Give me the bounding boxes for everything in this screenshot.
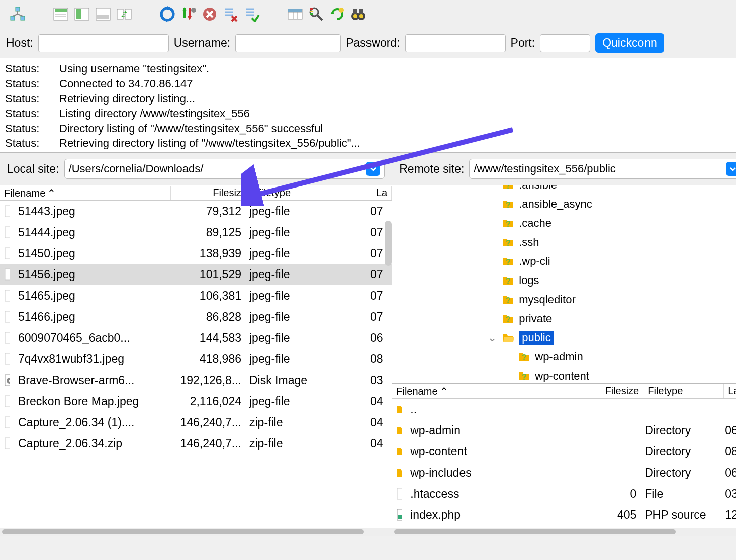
svg-text:?: ?	[506, 220, 511, 228]
svg-rect-56	[5, 248, 10, 259]
table-row[interactable]: 7q4vx81wubf31.jpeg 418,986 jpeg-file 08	[0, 348, 392, 369]
columns-icon[interactable]	[287, 6, 304, 23]
svg-rect-78	[397, 488, 402, 499]
queue-cancel-icon[interactable]	[222, 6, 239, 23]
table-row[interactable]: .htaccess 0 File 03/	[392, 483, 736, 504]
svg-rect-11	[76, 9, 81, 19]
remote-tree[interactable]: ?.ansible?.ansible_async?.cache?.ssh?.wp…	[392, 185, 736, 384]
svg-rect-66	[5, 417, 10, 428]
tree-item[interactable]: ?wp-admin	[392, 347, 736, 366]
sync-icon[interactable]	[159, 6, 176, 23]
folder-icon: ?	[502, 312, 515, 325]
table-row[interactable]: Capture_2.06.34 (1).... 146,240,7... zip…	[0, 412, 392, 433]
queue-ok-icon[interactable]	[243, 6, 260, 23]
filter-icon[interactable]	[308, 6, 325, 23]
folder-icon	[502, 331, 515, 344]
chevron-down-icon[interactable]: ⌄	[487, 331, 498, 344]
table-row[interactable]: Capture_2.06.34.zip 146,240,7... zip-fil…	[0, 433, 392, 454]
username-input[interactable]	[235, 34, 341, 52]
sitemanager-icon[interactable]	[9, 6, 26, 23]
table-row[interactable]: 51450.jpeg 138,939 jpeg-file 07	[0, 243, 392, 264]
sort-up-icon: ⌃	[440, 385, 448, 397]
svg-rect-45	[310, 13, 313, 15]
tree-item[interactable]: ?wp-content	[392, 366, 736, 384]
folder-icon: ?	[518, 350, 531, 363]
host-input[interactable]	[38, 34, 169, 52]
svg-text:?: ?	[506, 239, 511, 247]
local-path-input[interactable]: /Users/cornelia/Downloads/	[64, 159, 385, 179]
compare-icon[interactable]	[116, 6, 133, 23]
svg-rect-43	[310, 8, 313, 10]
svg-line-5	[18, 14, 23, 16]
tree-item[interactable]: ?private	[392, 309, 736, 328]
svg-rect-40	[288, 9, 302, 12]
svg-text:?: ?	[506, 201, 511, 209]
table-row[interactable]: 51443.jpeg 79,312 jpeg-file 07	[0, 201, 392, 222]
table-row[interactable]: ..	[392, 399, 736, 420]
svg-point-47	[339, 8, 344, 13]
table-row[interactable]: wp-admin Directory 06/	[392, 420, 736, 441]
tree-item[interactable]: ?.wp-cli	[392, 252, 736, 271]
toggle-log-icon[interactable]	[52, 6, 69, 23]
remote-site-label: Remote site:	[399, 162, 464, 176]
tree-item[interactable]: ?logs	[392, 271, 736, 290]
port-input[interactable]	[540, 34, 590, 52]
tree-item[interactable]: ?.cache	[392, 214, 736, 233]
svg-rect-14	[117, 9, 123, 19]
svg-rect-67	[5, 438, 10, 449]
svg-line-42	[317, 15, 322, 20]
remote-list-header[interactable]: Filename⌃ Filesize Filetype Las	[392, 384, 736, 399]
svg-rect-15	[125, 9, 131, 19]
table-row[interactable]: Breckon Bore Map.jpeg 2,116,024 jpeg-fil…	[0, 391, 392, 412]
table-row[interactable]: 51444.jpeg 89,125 jpeg-file 07	[0, 222, 392, 243]
local-file-list[interactable]: 51443.jpeg 79,312 jpeg-file 07 51444.jpe…	[0, 201, 392, 528]
table-row[interactable]: wp-includes Directory 06/	[392, 462, 736, 483]
host-label: Host:	[6, 36, 33, 50]
refresh-icon[interactable]	[329, 6, 346, 23]
tree-item[interactable]: ?mysqleditor	[392, 290, 736, 309]
transfer-settings-icon[interactable]	[180, 6, 197, 23]
tree-label: mysqleditor	[519, 293, 575, 306]
scrollbar-thumb[interactable]	[385, 221, 392, 266]
table-row[interactable]: 6009070465_6acb0... 144,583 jpeg-file 06	[0, 327, 392, 348]
svg-point-24	[191, 8, 196, 13]
table-row[interactable]: 51465.jpeg 106,381 jpeg-file 07	[0, 285, 392, 306]
tree-label: logs	[519, 274, 539, 287]
tree-item[interactable]: ⌄public	[392, 328, 736, 347]
toggle-tree-icon[interactable]	[73, 6, 90, 23]
chevron-down-icon[interactable]	[366, 162, 380, 176]
tree-item[interactable]: ?.ansible_async	[392, 195, 736, 214]
svg-point-50	[353, 14, 357, 18]
local-list-header[interactable]: Filename⌃ Filesize Filetype La	[0, 185, 392, 201]
folder-icon: ?	[502, 236, 515, 249]
folder-icon: ?	[502, 198, 515, 211]
file-icon	[0, 226, 14, 239]
toggle-queue-icon[interactable]	[95, 6, 112, 23]
remote-path-input[interactable]: /www/testingsitex_556/public	[469, 159, 736, 179]
log-label: Status:	[5, 91, 59, 106]
file-icon	[0, 374, 14, 387]
quickconnect-button[interactable]: Quickconn	[595, 33, 664, 53]
tree-item[interactable]: ?.ssh	[392, 233, 736, 252]
scrollbar-h[interactable]	[392, 528, 736, 536]
svg-text:?: ?	[506, 258, 511, 266]
remote-file-list[interactable]: .. wp-admin Directory 06/ wp-content Dir…	[392, 399, 736, 528]
file-icon	[0, 352, 14, 365]
table-row[interactable]: 51466.jpeg 86,828 jpeg-file 07	[0, 306, 392, 327]
svg-rect-54	[5, 206, 10, 217]
scrollbar-h[interactable]	[0, 528, 392, 536]
status-log[interactable]: Status:Using username "testingsitex".Sta…	[0, 58, 736, 153]
folder-icon: ?	[502, 217, 515, 230]
file-icon	[392, 425, 406, 436]
tree-item[interactable]: ?.ansible	[392, 185, 736, 195]
table-row[interactable]: Brave-Browser-arm6... 192,126,8... Disk …	[0, 369, 392, 391]
chevron-down-icon[interactable]	[726, 162, 736, 176]
table-row[interactable]: wp-content Directory 08/	[392, 441, 736, 462]
password-input[interactable]	[405, 34, 506, 52]
cancel-icon[interactable]	[201, 6, 218, 23]
table-row[interactable]: index.php 405 PHP source 12/0	[392, 504, 736, 525]
table-row[interactable]: 51456.jpeg 101,529 jpeg-file 07	[0, 264, 392, 285]
binoculars-icon[interactable]	[350, 6, 367, 23]
tree-label: private	[519, 312, 552, 325]
svg-rect-0	[16, 7, 20, 11]
